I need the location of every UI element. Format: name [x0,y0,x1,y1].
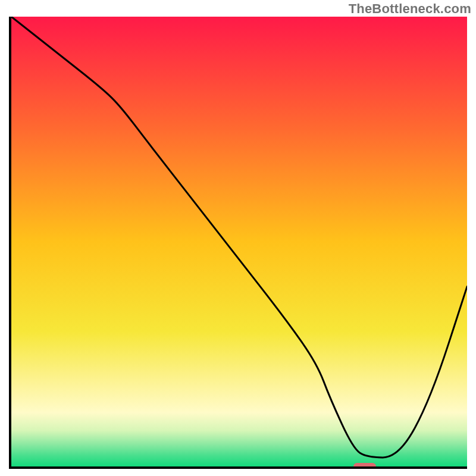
optimum-marker [353,463,376,469]
chart-container: TheBottleneck.com [0,0,476,476]
gradient-background [11,17,467,466]
watermark-text: TheBottleneck.com [349,1,471,17]
plot-area [9,17,467,469]
svg-rect-0 [11,17,467,466]
